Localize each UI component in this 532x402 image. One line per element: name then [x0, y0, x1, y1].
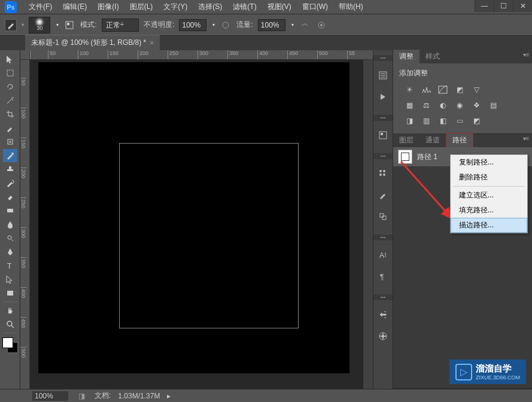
healing-brush-tool[interactable]	[3, 135, 17, 148]
close-button[interactable]: ✕	[513, 0, 532, 12]
color-swatches[interactable]	[2, 337, 18, 353]
ctx-fill-path[interactable]: 填充路径...	[451, 203, 527, 218]
paragraph-panel-icon[interactable]: ¶	[376, 269, 390, 284]
hue-saturation-icon[interactable]: ▦	[404, 100, 415, 111]
eyedropper-tool[interactable]	[3, 121, 17, 135]
properties-panel-icon[interactable]	[376, 128, 390, 142]
dock-drag-handle[interactable]	[373, 294, 393, 300]
panel-menu-icon[interactable]: ▾≡	[521, 51, 531, 58]
brush-preset-picker[interactable]: 30	[29, 17, 50, 34]
pressure-size-icon[interactable]	[315, 19, 327, 31]
canvas[interactable]	[38, 62, 349, 373]
dock-drag-handle[interactable]	[373, 234, 393, 240]
zoom-level-input[interactable]: 100%	[32, 391, 68, 401]
minimize-button[interactable]: —	[475, 0, 494, 12]
crop-tool[interactable]	[3, 108, 17, 121]
vibrance-icon[interactable]: ▽	[471, 84, 482, 95]
vertical-ruler[interactable]: 50 100 150 200 250 300 350 400 450 500	[20, 60, 30, 389]
menu-select[interactable]: 选择(S)	[193, 0, 227, 14]
menu-view[interactable]: 视图(V)	[263, 0, 296, 14]
pen-tool[interactable]	[3, 245, 17, 258]
path-selection-tool[interactable]	[3, 273, 17, 286]
photo-filter-icon[interactable]: ◉	[454, 100, 465, 111]
flow-input[interactable]: 100%	[258, 19, 285, 31]
move-tool[interactable]	[3, 53, 17, 66]
opacity-input[interactable]: 100%	[179, 19, 206, 31]
brush-presets-panel-icon[interactable]	[376, 166, 390, 181]
ctx-duplicate-path[interactable]: 复制路径...	[451, 155, 527, 170]
blend-mode-select[interactable]: 正常 ÷	[102, 19, 139, 32]
panel-menu-icon[interactable]: ▾≡	[521, 135, 531, 142]
menu-layer[interactable]: 图层(L)	[125, 0, 158, 14]
close-document-icon[interactable]: ×	[150, 39, 154, 47]
rectangle-shape-path[interactable]	[119, 143, 299, 328]
invert-icon[interactable]: ◨	[404, 115, 415, 126]
marquee-tool[interactable]	[3, 66, 17, 80]
vertical-scrollbar[interactable]	[363, 60, 373, 389]
menu-image[interactable]: 图像(I)	[93, 0, 123, 14]
menu-window[interactable]: 窗口(W)	[297, 0, 333, 14]
gradient-tool[interactable]	[3, 204, 17, 217]
brightness-contrast-icon[interactable]: ☀	[404, 84, 415, 95]
tab-styles[interactable]: 样式	[419, 50, 446, 63]
menu-type[interactable]: 文字(Y)	[159, 0, 192, 14]
status-preview-icon[interactable]: ◨	[75, 390, 87, 402]
stamp-tool[interactable]	[3, 163, 17, 176]
horizontal-ruler[interactable]: 50 100 150 200 250 300 350 400 450 500 5…	[30, 50, 373, 60]
dock-drag-handle[interactable]	[373, 115, 393, 121]
tool-preset-picker[interactable]	[5, 19, 17, 31]
status-chevron-icon[interactable]: ▸	[167, 392, 171, 400]
pressure-opacity-icon[interactable]	[220, 19, 232, 31]
brush-panel-toggle-icon[interactable]	[63, 19, 75, 31]
document-tab[interactable]: 未标题-1 @ 100% (矩形 1, RGB/8) * ×	[25, 35, 160, 50]
ctx-make-selection[interactable]: 建立选区...	[451, 188, 527, 203]
menu-help[interactable]: 帮助(H)	[334, 0, 368, 14]
zoom-tool[interactable]	[3, 318, 17, 331]
tab-adjustments[interactable]: 调整	[393, 50, 419, 63]
tab-channels[interactable]: 通道	[419, 133, 446, 147]
brush-panel-icon[interactable]	[376, 188, 390, 202]
chevron-down-icon[interactable]: ▾	[212, 22, 215, 28]
hand-tool[interactable]	[3, 304, 17, 317]
ctx-delete-path[interactable]: 删除路径	[451, 170, 527, 185]
levels-icon[interactable]	[421, 84, 431, 95]
navigator-panel-icon[interactable]	[376, 329, 390, 343]
tool-presets-panel-icon[interactable]	[376, 307, 390, 322]
chevron-down-icon[interactable]: ▾	[291, 22, 294, 28]
lasso-tool[interactable]	[3, 80, 17, 93]
canvas-area[interactable]: 50 100 150 200 250 300 350 400 450 500 5…	[20, 50, 373, 389]
clone-source-panel-icon[interactable]	[376, 209, 390, 224]
gradient-map-icon[interactable]: ▭	[454, 115, 465, 126]
magic-wand-tool[interactable]	[3, 94, 17, 107]
brush-tool[interactable]	[3, 149, 17, 162]
chevron-down-icon[interactable]: ▾	[56, 22, 59, 28]
maximize-button[interactable]: ☐	[494, 0, 513, 12]
selective-color-icon[interactable]: ◩	[471, 115, 482, 126]
blur-tool[interactable]	[3, 218, 17, 231]
eraser-tool[interactable]	[3, 190, 17, 203]
character-panel-icon[interactable]: A	[376, 248, 390, 262]
channel-mixer-icon[interactable]: ❖	[471, 100, 482, 111]
menu-filter[interactable]: 滤镜(T)	[228, 0, 261, 14]
color-balance-icon[interactable]: ⚖	[421, 100, 431, 111]
airbrush-icon[interactable]	[299, 19, 311, 31]
actions-panel-icon[interactable]	[376, 90, 390, 104]
dock-drag-handle[interactable]	[373, 55, 393, 61]
exposure-icon[interactable]: ◩	[454, 84, 465, 95]
threshold-icon[interactable]: ◧	[437, 115, 448, 126]
rectangle-tool[interactable]	[3, 287, 17, 300]
dock-drag-handle[interactable]	[373, 153, 393, 159]
menu-edit[interactable]: 编辑(E)	[58, 0, 92, 14]
tab-paths[interactable]: 路径	[446, 133, 473, 147]
history-brush-tool[interactable]	[3, 176, 17, 190]
type-tool[interactable]: T	[3, 259, 17, 272]
tab-layers[interactable]: 图层	[393, 133, 419, 147]
menu-file[interactable]: 文件(F)	[24, 0, 57, 14]
black-white-icon[interactable]: ◐	[437, 100, 448, 111]
history-panel-icon[interactable]	[376, 68, 390, 83]
posterize-icon[interactable]: ▥	[421, 115, 431, 126]
path-thumbnail[interactable]	[398, 150, 412, 164]
ctx-stroke-path[interactable]: 描边路径...	[451, 218, 527, 233]
ruler-origin[interactable]	[20, 50, 30, 60]
color-lookup-icon[interactable]: ▤	[488, 100, 498, 111]
